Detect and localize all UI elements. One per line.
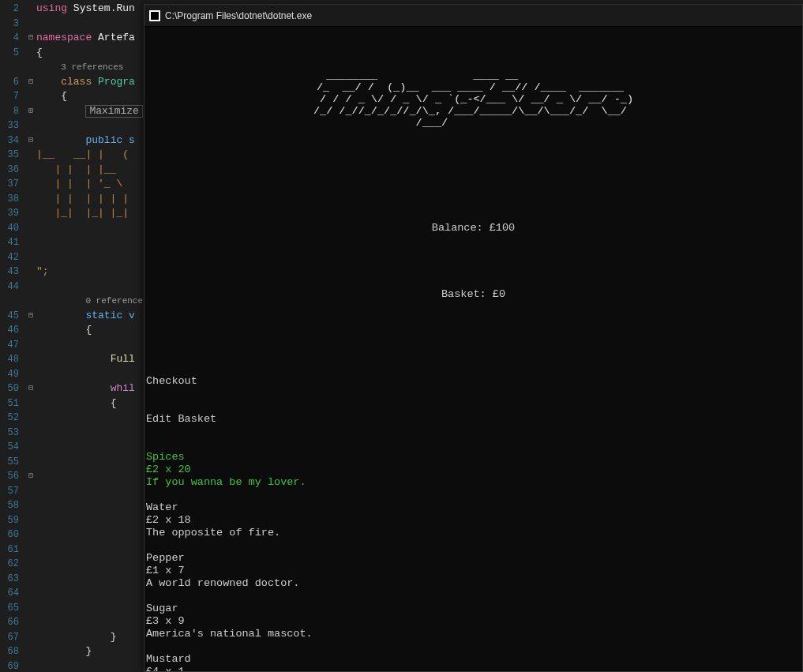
line-number: 52 (0, 411, 19, 426)
line-number: 60 (0, 527, 19, 542)
line-number: 7 (0, 89, 19, 104)
item-name: Spices (146, 451, 802, 464)
fold-expand-icon[interactable] (25, 104, 36, 119)
item-price: £3 x 9 (146, 615, 802, 628)
fold-spacer (25, 89, 36, 104)
fold-spacer (25, 294, 36, 309)
line-number: 2 (0, 2, 19, 17)
line-number: 64 (0, 586, 19, 601)
line-number: 44 (0, 280, 19, 295)
console-titlebar[interactable]: C:\Program Files\dotnet\dotnet.exe (144, 5, 802, 27)
line-number: 59 (0, 513, 19, 528)
line-number: 46 (0, 323, 19, 338)
fold-spacer (25, 411, 36, 426)
fold-spacer (25, 148, 36, 163)
ascii-logo: ________ ____ __ /_ __/ / (_)__ ___ ____… (144, 69, 802, 129)
fold-spacer (25, 542, 36, 557)
item-desc: A world renowned doctor. (146, 577, 802, 590)
menu-edit-basket[interactable]: Edit Basket (146, 413, 802, 426)
fold-spacer (25, 60, 36, 75)
menu-checkout[interactable]: Checkout (146, 375, 802, 388)
fold-spacer (25, 630, 36, 645)
fold-spacer (25, 572, 36, 587)
fold-spacer (25, 484, 36, 499)
line-number: 53 (0, 426, 19, 441)
fold-spacer (25, 557, 36, 572)
console-output[interactable]: ________ ____ __ /_ __/ / (_)__ ___ ____… (144, 27, 802, 671)
store-item[interactable]: Water£2 x 18The opposite of fire. (146, 501, 802, 539)
fold-collapse-icon[interactable] (25, 309, 36, 324)
fold-spacer (25, 426, 36, 441)
line-number: 65 (0, 601, 19, 616)
fold-collapse-icon[interactable] (25, 469, 36, 484)
line-number: 66 (0, 615, 19, 630)
fold-spacer (25, 352, 36, 367)
line-number: 35 (0, 148, 19, 163)
fold-spacer (25, 323, 36, 338)
line-number: 42 (0, 250, 19, 265)
fold-spacer (25, 615, 36, 630)
fold-spacer (25, 644, 36, 659)
console-window: C:\Program Files\dotnet\dotnet.exe _____… (144, 4, 803, 672)
fold-collapse-icon[interactable] (25, 133, 36, 148)
fold-spacer (25, 163, 36, 178)
line-number: 36 (0, 163, 19, 178)
fold-spacer (25, 455, 36, 470)
item-desc: The opposite of fire. (146, 527, 802, 539)
line-number: 63 (0, 572, 19, 587)
fold-spacer (25, 2, 36, 17)
fold-spacer (25, 586, 36, 601)
store-item[interactable]: Mustard£4 x 1Don't inhale in gaseous for… (146, 653, 802, 671)
item-desc: If you wanna be my lover. (146, 476, 802, 489)
item-desc: America's national mascot. (146, 628, 802, 640)
fold-spacer (25, 601, 36, 616)
line-number: 68 (0, 644, 19, 659)
fold-collapse-icon[interactable] (25, 31, 36, 46)
fold-spacer (25, 118, 36, 133)
line-number: 57 (0, 484, 19, 499)
item-price: £4 x 1 (146, 666, 802, 671)
fold-spacer (25, 396, 36, 411)
line-number: 67 (0, 630, 19, 645)
line-number: 47 (0, 338, 19, 353)
line-number: 3 (0, 17, 19, 32)
line-number: 5 (0, 46, 19, 61)
line-number: 54 (0, 440, 19, 455)
fold-spacer (25, 513, 36, 528)
fold-gutter (25, 0, 36, 672)
line-number (0, 294, 19, 309)
basket-text: Basket: £0 (144, 283, 802, 306)
item-name: Sugar (146, 603, 802, 615)
line-number: 69 (0, 659, 19, 673)
line-number: 48 (0, 352, 19, 367)
item-name: Water (146, 501, 802, 514)
line-number: 61 (0, 542, 19, 557)
line-number: 4 (0, 31, 19, 46)
line-number: 40 (0, 221, 19, 236)
line-number: 33 (0, 118, 19, 133)
fold-collapse-icon[interactable] (25, 75, 36, 90)
store-item[interactable]: Sugar£3 x 9America's national mascot. (146, 603, 802, 640)
line-number: 8 (0, 104, 19, 119)
fold-collapse-icon[interactable] (25, 381, 36, 396)
line-number: 43 (0, 265, 19, 280)
fold-spacer (25, 527, 36, 542)
item-price: £1 x 7 (146, 565, 802, 577)
fold-spacer (25, 367, 36, 382)
fold-spacer (25, 17, 36, 32)
fold-spacer (25, 498, 36, 513)
console-icon (149, 10, 160, 21)
line-number: 58 (0, 498, 19, 513)
line-number: 39 (0, 206, 19, 221)
store-item[interactable]: Pepper£1 x 7A world renowned doctor. (146, 552, 802, 590)
store-item[interactable]: Spices£2 x 20If you wanna be my lover. (146, 451, 802, 489)
line-number: 6 (0, 75, 19, 90)
line-number: 56 (0, 469, 19, 484)
line-number: 51 (0, 396, 19, 411)
line-number: 50 (0, 381, 19, 396)
fold-spacer (25, 235, 36, 250)
fold-spacer (25, 250, 36, 265)
fold-spacer (25, 659, 36, 673)
fold-spacer (25, 192, 36, 207)
line-number: 37 (0, 177, 19, 192)
